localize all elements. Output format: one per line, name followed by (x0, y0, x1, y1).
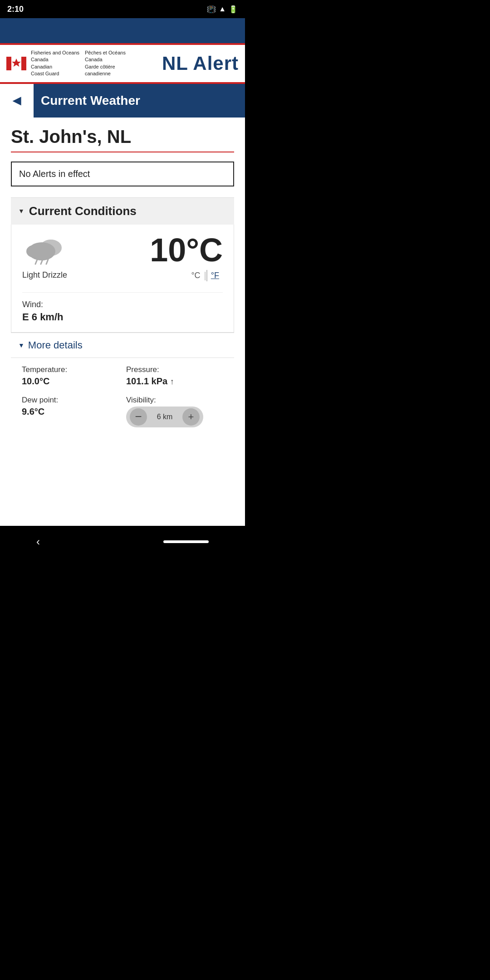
visibility-value: 6 km (147, 413, 182, 421)
visibility-label: Visibility: (126, 396, 223, 405)
page-title: Current Weather (34, 93, 140, 108)
current-conditions-section: ▼ Current Conditions (11, 197, 234, 435)
status-icons: 📳 ▲ 🔋 (207, 5, 238, 14)
header-en-col: Fisheries and Oceans Canada Canadian Coa… (31, 49, 79, 78)
section-header[interactable]: ▼ Current Conditions (11, 197, 234, 225)
pressure-detail-label: Pressure: (126, 365, 223, 374)
system-home-indicator[interactable] (163, 540, 209, 543)
dew-point-value: 9.6°C (22, 407, 119, 417)
status-time: 2:10 (7, 5, 24, 14)
weather-description: Light Drizzle (22, 270, 67, 280)
alert-title: NL Alert (162, 53, 239, 74)
weather-icon-block: Light Drizzle (22, 235, 67, 280)
org-fr-line2: Canada (85, 56, 126, 63)
org-fr-line1: Pêches et Océans (85, 49, 126, 56)
dew-point-detail: Dew point: 9.6°C (22, 396, 119, 427)
temperature-detail-label: Temperature: (22, 365, 119, 374)
visibility-increase-button[interactable]: + (182, 408, 200, 426)
weather-icon (24, 235, 65, 267)
more-details-header[interactable]: ▼ More details (11, 333, 234, 358)
svg-line-9 (46, 260, 48, 264)
location-title: St. John's, NL (11, 127, 234, 152)
main-content: St. John's, NL No Alerts in effect ▼ Cur… (0, 118, 245, 526)
temperature-detail: Temperature: 10.0°C (22, 365, 119, 387)
header-logo: Fisheries and Oceans Canada Canadian Coa… (6, 49, 126, 78)
org-en-line1: Fisheries and Oceans (31, 49, 79, 56)
svg-point-6 (26, 245, 43, 258)
visibility-slider[interactable]: − 6 km + (126, 407, 203, 427)
pressure-arrow-icon: ↑ (170, 377, 174, 386)
back-button[interactable]: ◄ (0, 84, 34, 118)
visibility-detail: Visibility: − 6 km + (126, 396, 223, 427)
more-details-triangle-icon: ▼ (18, 342, 24, 349)
org-en-line3: Canadian (31, 64, 79, 70)
org-en-line4: Coast Guard (31, 70, 79, 77)
header: Fisheries and Oceans Canada Canadian Coa… (0, 43, 245, 84)
temperature-detail-value: 10.0°C (22, 376, 119, 387)
temp-block: 10°C °C | °F (150, 234, 223, 281)
org-fr-line3: Garde côtière (85, 64, 126, 70)
temperature-display: 10°C (150, 234, 223, 266)
temp-unit-toggle: °C | °F (150, 270, 223, 281)
status-bar: 2:10 📳 ▲ 🔋 (0, 0, 245, 18)
alert-box: No Alerts in effect (11, 162, 234, 186)
bottom-navigation: ‹ (0, 526, 245, 558)
svg-rect-2 (21, 57, 26, 70)
battery-icon: 🔋 (229, 5, 238, 14)
visibility-decrease-button[interactable]: − (130, 408, 147, 426)
details-grid: Temperature: 10.0°C Pressure: 101.1 kPa … (11, 358, 234, 435)
header-fr-col: Pêches et Océans Canada Garde côtière ca… (85, 49, 126, 78)
canada-flag (6, 57, 26, 70)
back-arrow-icon: ◄ (10, 92, 24, 109)
org-en-line2: Canada (31, 56, 79, 63)
conditions-body: Light Drizzle 10°C °C | °F Wind: E 6 km/… (11, 225, 234, 333)
svg-line-7 (35, 260, 37, 264)
top-band (0, 18, 245, 43)
more-details-title: More details (28, 339, 83, 351)
nav-bar: ◄ Current Weather (0, 84, 245, 118)
wifi-icon: ▲ (219, 5, 226, 13)
alert-text: No Alerts in effect (19, 169, 90, 179)
fahrenheit-toggle[interactable]: °F (206, 270, 223, 281)
wind-label: Wind: (22, 300, 223, 309)
collapse-triangle-icon: ▼ (18, 207, 24, 215)
conditions-title: Current Conditions (29, 204, 137, 218)
vibrate-icon: 📳 (207, 5, 216, 14)
celsius-toggle[interactable]: °C (187, 270, 204, 281)
wind-value: E 6 km/h (22, 311, 223, 323)
conditions-main: Light Drizzle 10°C °C | °F (22, 234, 223, 281)
dew-point-label: Dew point: (22, 396, 119, 405)
system-back-button[interactable]: ‹ (36, 535, 40, 548)
wind-block: Wind: E 6 km/h (22, 292, 223, 323)
pressure-detail-value: 101.1 kPa ↑ (126, 376, 223, 387)
header-text-block: Fisheries and Oceans Canada Canadian Coa… (31, 49, 126, 78)
org-fr-line4: canadienne (85, 70, 126, 77)
pressure-detail: Pressure: 101.1 kPa ↑ (126, 365, 223, 387)
svg-rect-1 (6, 57, 11, 70)
